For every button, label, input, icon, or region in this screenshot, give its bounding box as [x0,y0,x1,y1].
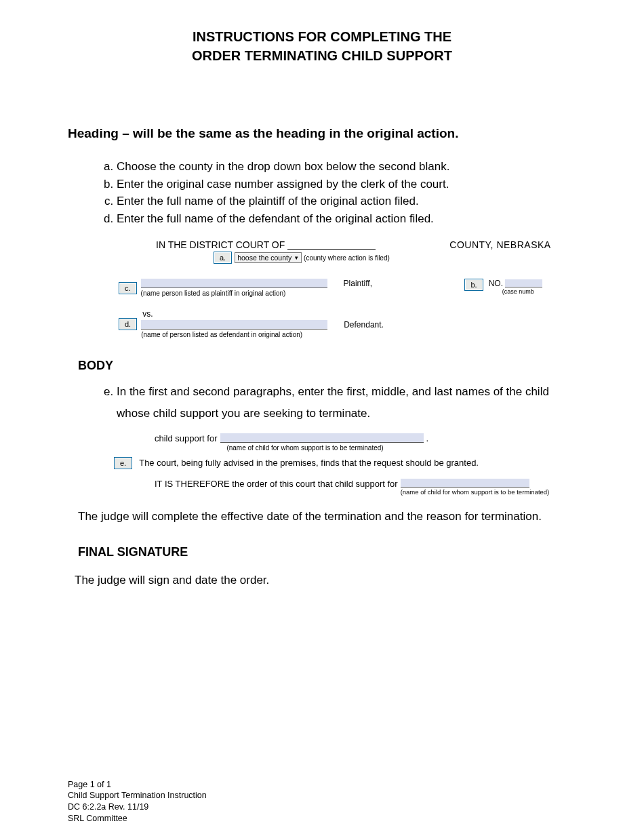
footer-committee: SRL Committee [68,813,576,825]
title-line-2: ORDER TERMINATING CHILD SUPPORT [68,46,576,65]
heading-section-title: Heading – will be the same as the headin… [68,126,576,141]
callout-b: b. [464,279,483,291]
heading-item-a: Choose the county in the drop down box b… [117,158,576,176]
form-header-sample: IN THE DISTRICT COURT OF COUNTY, NEBRASK… [119,239,576,338]
defendant-name-field[interactable] [141,320,327,330]
child-name-field-2[interactable] [401,479,529,488]
callout-e: e. [114,457,132,469]
county-dropdown[interactable]: hoose the county ▼ [235,252,302,263]
case-no-caption: (case numb [502,288,542,295]
footer-doc-name: Child Support Termination Instruction [68,790,576,801]
heading-instruction-list: Choose the county in the drop down box b… [117,158,576,227]
order-prefix: IT IS THEREFORE the order of this court … [155,479,398,489]
case-number-field[interactable] [505,279,542,287]
callout-a: a. [214,252,232,264]
county-blank [287,240,376,250]
judge-note: The judge will complete the effective da… [78,508,576,525]
form-body-sample: child support for . (name of child for w… [121,433,576,496]
county-caption: (county where action is filed) [304,254,390,262]
court-advised-text: The court, being fully advised in the pr… [139,458,479,468]
footer-doc-rev: DC 6:2.2a Rev. 11/19 [68,801,576,813]
title-line-1: INSTRUCTIONS FOR COMPLETING THE [68,27,576,46]
dropdown-label: hoose the county [237,254,291,262]
body-instruction-list: In the first and second paragraphs, ente… [117,381,576,425]
court-prefix: IN THE DISTRICT COURT OF [156,239,285,250]
plaintiff-name-field[interactable] [141,279,327,288]
chevron-down-icon: ▼ [294,255,299,261]
child-support-prefix: child support for [155,433,218,443]
footer-page: Page 1 of 1 [68,779,576,791]
body-item-e: In the first and second paragraphs, ente… [117,381,576,425]
county-suffix: COUNTY, NEBRASKA [449,239,550,250]
final-signature-title: FINAL SIGNATURE [78,545,576,559]
page-footer: Page 1 of 1 Child Support Termination In… [68,779,576,825]
heading-item-b: Enter the original case number assigned … [117,176,576,193]
child-name-caption-2: (name of child for whom support is to be… [401,488,550,496]
callout-d: d. [119,318,137,330]
plaintiff-role: Plaintiff, [344,279,372,288]
child-name-caption-1: (name of child for whom support is to be… [203,444,407,452]
body-section-title: BODY [78,359,576,373]
heading-item-c: Enter the full name of the plaintiff of … [117,193,576,210]
heading-item-d: Enter the full name of the defendant of … [117,210,576,228]
defendant-caption: (name of person listed as defendant in o… [141,331,327,338]
document-title: INSTRUCTIONS FOR COMPLETING THE ORDER TE… [68,27,576,65]
defendant-role: Defendant. [344,320,384,330]
child-name-field-1[interactable] [220,433,424,443]
vs-label: vs. [142,309,384,319]
final-signature-text: The judge will sign and date the order. [75,572,576,589]
case-no-label: NO. [489,279,503,288]
plaintiff-caption: (name person listed as plaintiff in orig… [141,290,327,297]
callout-c: c. [119,282,137,294]
